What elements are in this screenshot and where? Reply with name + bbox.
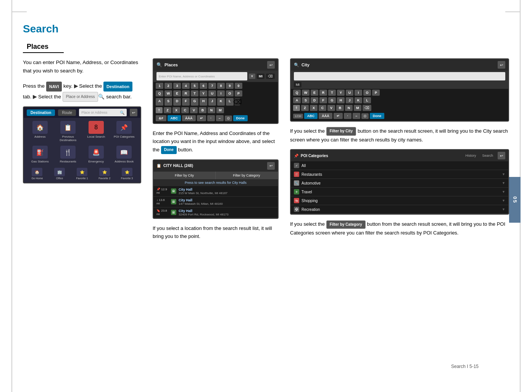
key-backspace[interactable]: ⌫ xyxy=(235,98,240,106)
key-e[interactable]: E xyxy=(173,90,181,96)
city-key-123[interactable]: 123# xyxy=(293,114,303,119)
fav-go-home[interactable]: 🏠 Go Home xyxy=(27,168,48,180)
key-7[interactable]: 7 xyxy=(208,83,216,89)
key-6[interactable]: 6 xyxy=(200,83,207,89)
key-special[interactable]: &# xyxy=(156,115,166,121)
city-key-r[interactable]: R xyxy=(319,90,327,96)
city-key-dot[interactable]: · xyxy=(344,113,351,119)
key-j[interactable]: J xyxy=(208,98,216,106)
key-v[interactable]: V xyxy=(190,107,198,113)
key-i[interactable]: I xyxy=(217,90,225,96)
city-key-p[interactable]: P xyxy=(372,90,380,96)
key-c[interactable]: C xyxy=(181,107,189,113)
key-abc[interactable]: ABC xyxy=(168,115,181,121)
city-key-g[interactable]: G xyxy=(328,97,336,103)
key-enter[interactable]: ↵ xyxy=(197,115,206,121)
key-g[interactable]: G xyxy=(191,98,198,106)
key-y[interactable]: Y xyxy=(200,90,207,96)
city-key-z[interactable]: Z xyxy=(301,105,309,111)
fav-3[interactable]: ⭐ Favorite 3 xyxy=(116,168,137,180)
key-dot[interactable]: · xyxy=(207,115,215,121)
nav-back-button[interactable]: ↩ xyxy=(130,109,137,116)
key-9[interactable]: 9 xyxy=(226,83,234,89)
key-2[interactable]: 2 xyxy=(164,83,172,89)
key-m[interactable]: M xyxy=(216,107,224,113)
key-h[interactable]: H xyxy=(200,98,207,106)
city-key-n[interactable]: N xyxy=(345,105,353,111)
city-key-w[interactable]: W xyxy=(302,90,310,96)
kb-input-field[interactable]: Enter POI Name, Address or Coordinates xyxy=(156,72,247,80)
key-b[interactable]: B xyxy=(199,107,206,113)
city-key-s[interactable]: S xyxy=(302,97,310,103)
city-key-dash[interactable]: – xyxy=(353,113,360,119)
key-t[interactable]: T xyxy=(191,90,198,96)
kb-back-button[interactable]: ↩ xyxy=(267,61,275,69)
city-key-l[interactable]: L xyxy=(363,97,371,103)
key-dash[interactable]: – xyxy=(216,115,224,121)
city-key-m[interactable]: M xyxy=(354,105,361,111)
destination-tab[interactable]: Destination xyxy=(27,109,55,116)
fav-office[interactable]: 🏢 Office xyxy=(49,168,70,180)
key-4[interactable]: 4 xyxy=(182,83,190,89)
city-key-shift[interactable]: ⇑ xyxy=(293,105,300,111)
key-f[interactable]: F xyxy=(182,98,190,106)
result-item-3[interactable]: 🔖 23.8 mi 🏛 City Hall 32409 Fort Rd, Roc… xyxy=(153,207,278,218)
city-key-j[interactable]: J xyxy=(346,97,353,103)
fav-1[interactable]: ⭐ Favorite 1 xyxy=(72,168,93,180)
key-p[interactable]: P xyxy=(235,90,242,96)
city-key-done[interactable]: Done xyxy=(370,113,385,119)
result-back-button[interactable]: ↩ xyxy=(267,162,275,170)
poi-tab-history[interactable]: History xyxy=(463,153,478,158)
key-0[interactable]: 0 xyxy=(235,83,242,89)
nav-icon-restaurants[interactable]: 🍴 Restaurants xyxy=(55,146,82,163)
key-settings[interactable]: ⚙ xyxy=(225,116,232,121)
nav-icon-prev-dest[interactable]: 📋 Previous Destinations xyxy=(55,121,82,142)
key-o[interactable]: O xyxy=(226,90,234,96)
nav-icon-address[interactable]: 🏠 Address xyxy=(27,121,53,142)
city-key-settings[interactable]: ⚙ xyxy=(361,113,369,119)
fav-2[interactable]: ⭐ Favorite 2 xyxy=(94,168,115,180)
nav-icon-poi[interactable]: 📌 POI Categories xyxy=(111,121,138,142)
kb-delete[interactable]: ⌫ xyxy=(266,74,275,79)
filter-by-city-button[interactable]: Filter by City xyxy=(153,172,216,179)
city-key-x[interactable]: X xyxy=(310,105,318,111)
key-u[interactable]: U xyxy=(208,90,216,96)
result-item-2[interactable]: ↓ 13.6 mi 🏛 City Hall 147 Wabash St, Mil… xyxy=(153,197,278,207)
poi-tab-search[interactable]: Search xyxy=(480,153,495,158)
key-3[interactable]: 3 xyxy=(173,83,181,89)
key-k[interactable]: K xyxy=(217,98,225,106)
key-8[interactable]: 8 xyxy=(217,83,225,89)
city-key-abc[interactable]: ABC xyxy=(304,113,318,119)
key-1[interactable]: 1 xyxy=(156,83,163,89)
poi-item-automotive[interactable]: 🔧 Automotive ▼ xyxy=(291,179,508,188)
nav-icon-address-book[interactable]: 📖 Address Book xyxy=(111,146,138,163)
kb-dropdown[interactable]: ▼ xyxy=(249,74,255,79)
city-key-o[interactable]: O xyxy=(363,90,371,96)
key-accent[interactable]: ÄÄÄ xyxy=(182,115,196,121)
city-key-enter[interactable]: ↵ xyxy=(334,113,343,119)
city-key-u[interactable]: U xyxy=(346,90,353,96)
key-done[interactable]: Done xyxy=(233,115,248,121)
poi-item-restaurants[interactable]: 🍴 Restaurants ▼ xyxy=(291,170,508,179)
city-key-d[interactable]: D xyxy=(311,97,318,103)
city-key-accent[interactable]: ÄÄÄ xyxy=(319,113,332,119)
key-r[interactable]: R xyxy=(182,90,190,96)
city-key-y[interactable]: Y xyxy=(337,90,345,96)
city-key-b[interactable]: B xyxy=(336,105,344,111)
key-l[interactable]: L xyxy=(226,98,234,106)
key-s[interactable]: S xyxy=(164,98,172,106)
key-z[interactable]: Z xyxy=(164,107,171,113)
key-d[interactable]: D xyxy=(173,98,181,106)
key-shift[interactable]: ⇑ xyxy=(156,107,163,113)
city-key-k[interactable]: K xyxy=(355,97,362,103)
poi-item-travel[interactable]: ✈ Travel ▼ xyxy=(291,188,508,196)
city-key-e[interactable]: E xyxy=(311,90,318,96)
key-q[interactable]: Q xyxy=(156,90,163,96)
poi-back-button[interactable]: ↩ xyxy=(498,152,505,159)
city-key-v[interactable]: V xyxy=(327,105,335,111)
poi-item-shopping[interactable]: 🛍 Shopping ▼ xyxy=(291,196,508,205)
city-key-a[interactable]: A xyxy=(293,97,301,103)
nav-icon-gas[interactable]: ⛽ Gas Stations xyxy=(27,146,53,163)
nav-icon-emergency[interactable]: 🚨 Emergency xyxy=(83,146,110,163)
key-5[interactable]: 5 xyxy=(191,83,198,89)
